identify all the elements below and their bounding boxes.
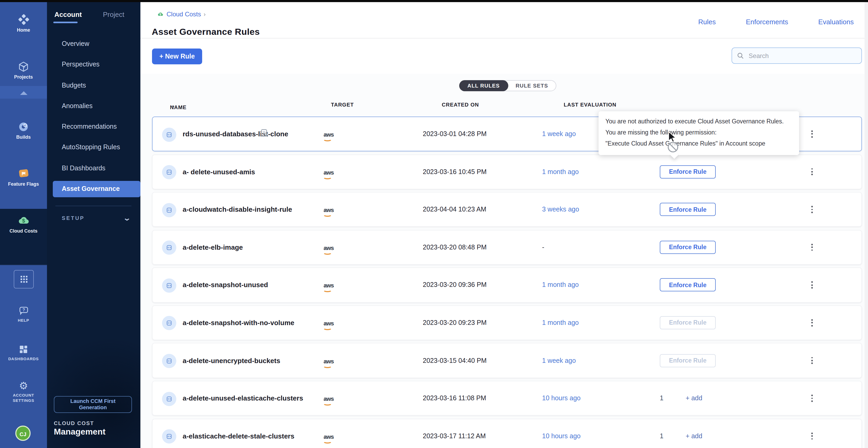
table-row[interactable]: a- delete-unused-amis aws 2023-03-16 10:…: [152, 154, 862, 189]
header-nav: Rules Enforcements Evaluations: [698, 18, 854, 26]
add-enforcement-link[interactable]: + add: [686, 432, 702, 440]
last-evaluation-link[interactable]: 1 month ago: [542, 281, 579, 289]
toggle-all-rules[interactable]: ALL RULES: [459, 80, 508, 91]
add-enforcement-link[interactable]: + add: [686, 394, 702, 402]
search-box[interactable]: [732, 47, 862, 64]
aws-logo: aws: [323, 395, 334, 402]
kebab-menu-icon[interactable]: [809, 430, 815, 442]
help-chat-icon: ?: [18, 305, 29, 316]
rule-icon: [162, 240, 176, 255]
launch-ccm-first-gen-button[interactable]: Launch CCM First Generation: [54, 396, 132, 413]
harness-home-icon: [17, 13, 30, 26]
rule-icon: [162, 127, 176, 142]
sidebar-item-asset-governance[interactable]: Asset Governance: [53, 181, 140, 197]
last-evaluation-link[interactable]: -: [542, 244, 544, 251]
enforce-rule-button[interactable]: Enforce Rule: [660, 354, 716, 367]
breadcrumb-link[interactable]: Cloud Costs: [166, 10, 201, 18]
target-cell: aws: [323, 393, 334, 403]
rule-icon: [162, 278, 176, 293]
sidebar-item-recommendations[interactable]: Recommendations: [47, 116, 140, 137]
user-avatar[interactable]: CJ: [15, 425, 31, 441]
sidebar-item-anomalies[interactable]: Anomalies: [47, 96, 140, 117]
tooltip-line: You are not authorized to execute Cloud …: [606, 116, 792, 127]
rail-item-dashboards[interactable]: DASHBOARDS: [0, 344, 47, 361]
tab-account[interactable]: Account: [54, 10, 82, 19]
kebab-menu-icon[interactable]: [809, 392, 815, 404]
rule-icon: [162, 391, 176, 406]
kebab-menu-icon[interactable]: [809, 355, 815, 366]
rail-label: Builds: [0, 135, 47, 140]
enforce-rule-button[interactable]: Enforce Rule: [660, 278, 716, 291]
kebab-menu-icon[interactable]: [809, 166, 815, 177]
last-evaluation-link[interactable]: 1 week ago: [542, 357, 576, 364]
enforce-rule-button[interactable]: Enforce Rule: [660, 241, 716, 254]
enforce-rule-button[interactable]: Enforce Rule: [660, 316, 716, 329]
rail-item-home[interactable]: Home: [0, 13, 47, 33]
column-header-created-on[interactable]: CREATED ON: [442, 102, 479, 108]
kebab-menu-icon[interactable]: [809, 129, 815, 140]
enforce-rule-button[interactable]: Enforce Rule: [660, 203, 716, 216]
toggle-rule-sets[interactable]: RULE SETS: [508, 81, 556, 91]
sidebar-menu: OverviewPerspectivesBudgetsAnomaliesReco…: [47, 34, 140, 200]
search-input[interactable]: [748, 51, 857, 60]
last-evaluation-link[interactable]: 1 week ago: [542, 130, 576, 138]
aws-logo: aws: [323, 207, 334, 213]
rules-toggle: ALL RULES RULE SETS: [459, 80, 557, 91]
rail-collapse-button[interactable]: [0, 86, 47, 99]
sidebar-item-overview[interactable]: Overview: [47, 34, 140, 55]
table-row[interactable]: a-delete-snapshot-unused aws 2023-03-20 …: [152, 268, 862, 303]
nav-link-rules[interactable]: Rules: [698, 18, 716, 26]
last-evaluation-link[interactable]: 10 hours ago: [542, 432, 581, 440]
table-row[interactable]: a-delete-elb-image aws 2023-03-20 08:48 …: [152, 230, 862, 265]
table-row[interactable]: a-delete-snapshot-with-no-volume aws 202…: [152, 305, 862, 340]
rules-rows: You are not authorized to execute Cloud …: [152, 116, 862, 448]
created-on: 2023-03-20 08:48 PM: [423, 244, 487, 251]
sidebar-divider: [55, 206, 131, 206]
table-row[interactable]: a-cloudwatch-disable-insight-rule aws 20…: [152, 192, 862, 227]
rail-item-account-settings[interactable]: ⚙ ACCOUNT SETTINGS: [0, 381, 47, 403]
copy-icon[interactable]: [261, 129, 268, 139]
last-evaluation-link[interactable]: 1 month ago: [542, 319, 579, 326]
sidebar-item-autostopping-rules[interactable]: AutoStopping Rules: [47, 137, 140, 158]
action-cell: Enforce Rule: [660, 203, 719, 216]
tooltip-line: You are missing the following permission…: [606, 127, 792, 138]
kebab-menu-icon[interactable]: [809, 242, 815, 253]
table-row[interactable]: a-delete-unencrypted-buckets aws 2023-03…: [152, 343, 862, 378]
table-row[interactable]: a-delete-unused-elasticache-clusters aws…: [152, 381, 862, 416]
rail-item-feature-flags[interactable]: Feature Flags: [0, 167, 47, 187]
table-row[interactable]: a-elasticache-delete-stale-clusters aws …: [152, 418, 862, 448]
sidebar-item-budgets[interactable]: Budgets: [47, 75, 140, 96]
module-picker-button[interactable]: [14, 270, 34, 288]
nav-link-enforcements[interactable]: Enforcements: [746, 18, 788, 26]
last-evaluation-link[interactable]: 10 hours ago: [542, 394, 581, 402]
nav-link-evaluations[interactable]: Evaluations: [818, 18, 854, 26]
rail-item-help[interactable]: ? HELP: [0, 305, 47, 323]
aws-logo: aws: [323, 282, 334, 289]
last-evaluation-link[interactable]: 1 month ago: [542, 168, 579, 175]
svg-text:$: $: [22, 218, 25, 223]
kebab-menu-icon[interactable]: [809, 204, 815, 215]
kebab-menu-icon[interactable]: [809, 279, 815, 290]
enforce-rule-button[interactable]: Enforce Rule: [660, 165, 716, 178]
rail-item-projects[interactable]: Projects: [0, 61, 47, 80]
column-header-last-evaluation[interactable]: LAST EVALUATION: [564, 102, 617, 108]
sidebar-item-setup[interactable]: SETUP ⌄: [62, 214, 130, 222]
new-rule-button[interactable]: + New Rule: [152, 48, 202, 64]
sidebar-item-perspectives[interactable]: Perspectives: [47, 55, 140, 75]
tab-project[interactable]: Project: [103, 10, 124, 19]
breadcrumb[interactable]: $ Cloud Costs ›: [156, 10, 206, 18]
rail-item-cloud-costs[interactable]: $ Cloud Costs: [0, 214, 47, 234]
collapse-arrow-icon: [20, 91, 27, 95]
column-header-target[interactable]: TARGET: [331, 102, 354, 108]
scope-tabs: Account Project: [54, 10, 124, 19]
last-evaluation-link[interactable]: 3 weeks ago: [542, 206, 579, 213]
scrollbar[interactable]: [864, 2, 868, 448]
rail-item-builds[interactable]: Builds: [0, 121, 47, 140]
product-name: Management: [54, 427, 105, 437]
rule-name: a- delete-unused-amis: [183, 168, 255, 176]
rail-label: Feature Flags: [0, 181, 47, 187]
rule-name: a-delete-snapshot-with-no-volume: [183, 319, 294, 327]
kebab-menu-icon[interactable]: [809, 317, 815, 328]
sidebar-item-bi-dashboards[interactable]: BI Dashboards: [47, 158, 140, 179]
gear-icon: ⚙: [0, 381, 47, 391]
